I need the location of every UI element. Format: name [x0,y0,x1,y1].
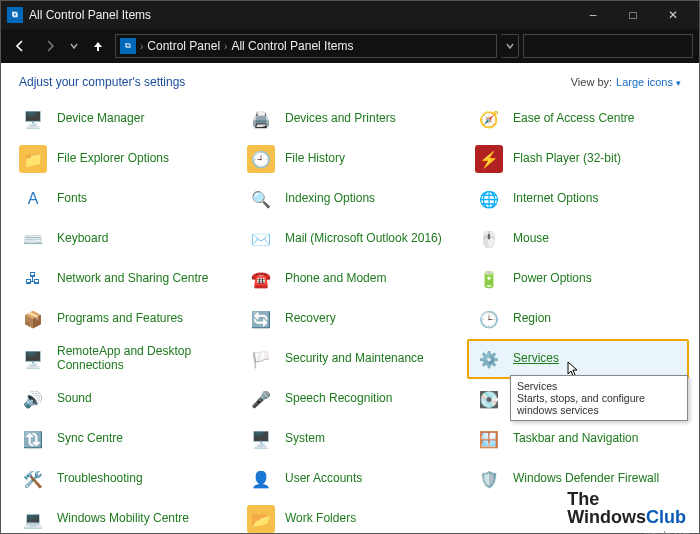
item-label: Services [513,352,559,366]
cp-item-power-options[interactable]: 🔋Power Options [467,259,689,299]
troubleshooting-icon: 🛠️ [19,465,47,493]
speech-recognition-icon: 🎤 [247,385,275,413]
file-history-icon: 🕘 [247,145,275,173]
close-button[interactable]: ✕ [653,1,693,29]
item-label: Flash Player (32-bit) [513,152,621,166]
window-root: ⧉ All Control Panel Items – □ ✕ ⧉ › Cont… [0,0,700,534]
addr-history-dropdown[interactable] [501,34,519,58]
forward-button[interactable] [37,33,63,59]
item-label: Indexing Options [285,192,375,206]
security-maintenance-icon: 🏳️ [247,345,275,373]
maximize-button[interactable]: □ [613,1,653,29]
item-label: Sound [57,392,92,406]
search-input[interactable] [523,34,693,58]
phone-modem-icon: ☎️ [247,265,275,293]
item-label: Ease of Access Centre [513,112,634,126]
cp-item-mail[interactable]: ✉️Mail (Microsoft Outlook 2016) [239,219,461,259]
tooltip-body: Starts, stops, and configure windows ser… [517,392,681,416]
cp-item-services[interactable]: ⚙️Services [467,339,689,379]
minimize-button[interactable]: – [573,1,613,29]
cp-item-work-folders[interactable]: 📂Work Folders [239,499,461,533]
cp-item-region[interactable]: 🕒Region [467,299,689,339]
item-label: RemoteApp and Desktop Connections [57,345,225,373]
power-options-icon: 🔋 [475,265,503,293]
internet-options-icon: 🌐 [475,185,503,213]
up-button[interactable] [85,33,111,59]
breadcrumb-segment[interactable]: All Control Panel Items [231,39,353,53]
item-label: Windows Mobility Centre [57,512,189,526]
item-label: Power Options [513,272,592,286]
breadcrumb-segment[interactable]: Control Panel [147,39,220,53]
addr-control-panel-icon: ⧉ [120,38,136,54]
mouse-icon: 🖱️ [475,225,503,253]
item-label: Work Folders [285,512,356,526]
item-label: Region [513,312,551,326]
watermark-url: wsxdn.com [645,530,690,534]
cp-item-system[interactable]: 🖥️System [239,419,461,459]
cp-item-network-sharing[interactable]: 🖧Network and Sharing Centre [11,259,233,299]
devices-printers-icon: 🖨️ [247,105,275,133]
cp-item-recovery[interactable]: 🔄Recovery [239,299,461,339]
cp-item-remoteapp[interactable]: 🖥️RemoteApp and Desktop Connections [11,339,233,379]
item-label: Programs and Features [57,312,183,326]
cp-item-keyboard[interactable]: ⌨️Keyboard [11,219,233,259]
item-label: Sync Centre [57,432,123,446]
item-label: Fonts [57,192,87,206]
chevron-down-icon: ▾ [676,78,681,88]
cp-item-ease-of-access[interactable]: 🧭Ease of Access Centre [467,99,689,139]
cp-item-indexing-options[interactable]: 🔍Indexing Options [239,179,461,219]
storage-spaces-icon: 💽 [475,385,503,413]
user-accounts-icon: 👤 [247,465,275,493]
mail-icon: ✉️ [247,225,275,253]
cp-item-internet-options[interactable]: 🌐Internet Options [467,179,689,219]
cp-item-sync-centre[interactable]: 🔃Sync Centre [11,419,233,459]
cp-item-speech-recognition[interactable]: 🎤Speech Recognition [239,379,461,419]
viewby-dropdown[interactable]: Large icons ▾ [616,76,681,88]
cp-item-security-maintenance[interactable]: 🏳️Security and Maintenance [239,339,461,379]
services-icon: ⚙️ [475,345,503,373]
viewby-mode-label: Large icons [616,76,673,88]
cp-item-mouse[interactable]: 🖱️Mouse [467,219,689,259]
addressbar[interactable]: ⧉ › Control Panel › All Control Panel It… [115,34,497,58]
ease-of-access-icon: 🧭 [475,105,503,133]
recent-dropdown[interactable] [67,33,81,59]
cp-item-user-accounts[interactable]: 👤User Accounts [239,459,461,499]
cp-item-taskbar-navigation[interactable]: 🪟Taskbar and Navigation [467,419,689,459]
file-explorer-options-icon: 📁 [19,145,47,173]
defender-firewall-icon: 🛡️ [475,465,503,493]
cp-item-defender-firewall[interactable]: 🛡️Windows Defender Firewall [467,459,689,499]
item-label: Device Manager [57,112,144,126]
cp-item-file-explorer-options[interactable]: 📁File Explorer Options [11,139,233,179]
tooltip-title: Services [517,380,681,392]
cp-item-phone-modem[interactable]: ☎️Phone and Modem [239,259,461,299]
back-button[interactable] [7,33,33,59]
cp-item-devices-printers[interactable]: 🖨️Devices and Printers [239,99,461,139]
cp-item-device-manager[interactable]: 🖥️Device Manager [11,99,233,139]
cp-item-sound[interactable]: 🔊Sound [11,379,233,419]
item-label: System [285,432,325,446]
item-label: Speech Recognition [285,392,392,406]
items-grid: 🖥️Device Manager🖨️Devices and Printers🧭E… [1,95,699,533]
keyboard-icon: ⌨️ [19,225,47,253]
indexing-options-icon: 🔍 [247,185,275,213]
cp-item-mobility-centre[interactable]: 💻Windows Mobility Centre [11,499,233,533]
item-label: File History [285,152,345,166]
system-icon: 🖥️ [247,425,275,453]
item-label: User Accounts [285,472,362,486]
item-label: Network and Sharing Centre [57,272,208,286]
recovery-icon: 🔄 [247,305,275,333]
cp-item-file-history[interactable]: 🕘File History [239,139,461,179]
viewby-label: View by: [571,76,612,88]
remoteapp-icon: 🖥️ [19,345,47,373]
tooltip: Services Starts, stops, and configure wi… [510,375,688,421]
cp-item-flash-player[interactable]: ⚡Flash Player (32-bit) [467,139,689,179]
chevron-right-icon: › [140,41,143,52]
viewby: View by: Large icons ▾ [571,76,681,88]
sound-icon: 🔊 [19,385,47,413]
cp-item-fonts[interactable]: AFonts [11,179,233,219]
item-label: File Explorer Options [57,152,169,166]
cp-item-programs-features[interactable]: 📦Programs and Features [11,299,233,339]
cp-item-troubleshooting[interactable]: 🛠️Troubleshooting [11,459,233,499]
item-label: Security and Maintenance [285,352,424,366]
mobility-centre-icon: 💻 [19,505,47,533]
